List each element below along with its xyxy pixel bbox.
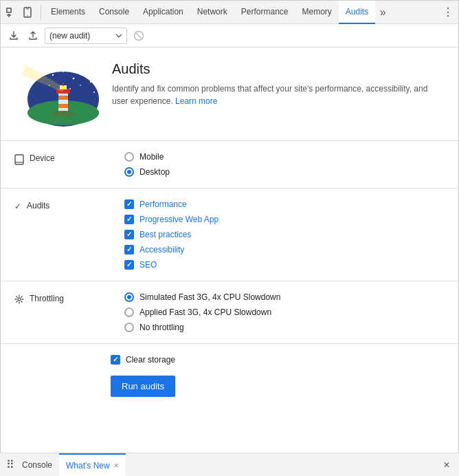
svg-point-17: [93, 91, 95, 93]
more-menu-button[interactable]: ⋮: [440, 5, 456, 20]
audits-toolbar: (new audit): [1, 24, 458, 47]
svg-rect-26: [63, 82, 64, 86]
svg-rect-28: [15, 155, 23, 164]
svg-rect-20: [58, 96, 68, 100]
hero-title: Audits: [112, 61, 445, 77]
svg-line-7: [136, 33, 142, 39]
svg-point-10: [63, 71, 64, 72]
tab-performance[interactable]: Performance: [234, 1, 295, 24]
audits-label: ✓ Audits: [14, 199, 124, 211]
status-bar-close[interactable]: ✕: [440, 458, 454, 472]
simulated-3g-radio-circle: [124, 292, 134, 302]
svg-point-4: [27, 15, 28, 17]
bottom-section: ✓ Clear storage Run audits: [1, 344, 458, 408]
clear-storage-checkbox[interactable]: ✓ Clear storage: [111, 355, 445, 365]
lighthouse-illustration: [12, 61, 101, 127]
clear-storage-checkbox-box: ✓: [111, 355, 120, 365]
status-dot-icon[interactable]: ⠿: [5, 460, 15, 470]
learn-more-link[interactable]: Learn more: [175, 96, 217, 106]
hero-section: Audits Identify and fix common problems …: [1, 47, 458, 141]
performance-checkbox[interactable]: ✓ Performance: [124, 199, 445, 209]
run-audits-button[interactable]: Run audits: [111, 376, 175, 397]
import-button[interactable]: [25, 28, 41, 43]
svg-rect-21: [58, 104, 68, 108]
seo-checkbox-box: ✓: [124, 260, 134, 270]
mobile-radio-circle: [124, 152, 134, 162]
applied-3g-radio-circle: [124, 307, 134, 317]
mobile-radio[interactable]: Mobile: [124, 152, 445, 162]
svg-rect-0: [7, 8, 11, 12]
svg-point-13: [90, 81, 91, 83]
tab-memory[interactable]: Memory: [295, 1, 339, 24]
tab-network[interactable]: Network: [190, 1, 234, 24]
device-icon: [14, 154, 24, 167]
whats-new-tab[interactable]: What's New ×: [59, 453, 126, 477]
hero-text: Audits Identify and fix common problems …: [112, 61, 445, 107]
export-button[interactable]: [6, 28, 21, 43]
audit-select[interactable]: (new audit): [45, 28, 127, 44]
desktop-radio[interactable]: Desktop: [124, 167, 445, 177]
desktop-radio-circle: [124, 167, 134, 177]
svg-point-9: [52, 74, 54, 76]
tab-elements[interactable]: Elements: [44, 1, 92, 24]
svg-point-11: [73, 78, 75, 80]
svg-point-16: [80, 85, 81, 86]
simulated-3g-dot: [127, 295, 131, 299]
throttling-options: Simulated Fast 3G, 4x CPU Slowdown Appli…: [124, 292, 445, 332]
audits-section: ✓ Audits ✓ Performance ✓ Progressive Web…: [1, 188, 458, 281]
accessibility-checkbox-box: ✓: [124, 245, 134, 255]
console-tab[interactable]: Console: [15, 453, 59, 477]
tab-audits[interactable]: Audits: [339, 1, 375, 24]
best-practices-checkbox-box: ✓: [124, 230, 134, 239]
whats-new-close-icon[interactable]: ×: [114, 461, 119, 470]
performance-checkbox-box: ✓: [124, 199, 134, 209]
audits-options: ✓ Performance ✓ Progressive Web App ✓ Be…: [124, 199, 445, 270]
simulated-3g-radio[interactable]: Simulated Fast 3G, 4x CPU Slowdown: [124, 292, 445, 302]
hero-description: Identify and fix common problems that af…: [112, 83, 445, 107]
mobile-icon[interactable]: [20, 5, 35, 20]
checkmark-icon: ✓: [14, 202, 21, 211]
best-practices-checkbox[interactable]: ✓ Best practices: [124, 230, 445, 239]
tab-overflow-button[interactable]: »: [375, 5, 390, 20]
pwa-checkbox[interactable]: ✓ Progressive Web App: [124, 215, 445, 224]
device-section: Device Mobile Desktop: [1, 141, 458, 188]
device-label: Device: [14, 152, 124, 167]
svg-point-12: [83, 73, 85, 74]
seo-checkbox[interactable]: ✓ SEO: [124, 260, 445, 270]
tab-bar-right: ⋮: [440, 5, 456, 20]
pwa-checkbox-box: ✓: [124, 215, 134, 224]
no-throttling-radio-circle: [124, 323, 134, 332]
svg-point-30: [18, 298, 21, 301]
inspect-icon[interactable]: [3, 5, 19, 20]
desktop-radio-dot: [127, 170, 131, 174]
tab-bar: Elements Console Application Network Per…: [1, 1, 458, 24]
tab-console[interactable]: Console: [92, 1, 136, 24]
gear-icon: [14, 294, 24, 306]
accessibility-checkbox[interactable]: ✓ Accessibility: [124, 245, 445, 255]
devtools-icons: [3, 5, 41, 20]
no-throttling-radio[interactable]: No throttling: [124, 323, 445, 332]
status-bar: ⠿ Console What's New × ✕: [0, 453, 459, 476]
device-options: Mobile Desktop: [124, 152, 445, 177]
stop-button[interactable]: [131, 28, 146, 43]
throttling-section: Throttling Simulated Fast 3G, 4x CPU Slo…: [1, 281, 458, 344]
svg-point-27: [51, 111, 76, 118]
applied-3g-radio[interactable]: Applied Fast 3G, 4x CPU Slowdown: [124, 307, 445, 317]
main-content: Audits Identify and fix common problems …: [1, 47, 458, 453]
throttling-label: Throttling: [14, 292, 124, 306]
tab-application[interactable]: Application: [136, 1, 190, 24]
